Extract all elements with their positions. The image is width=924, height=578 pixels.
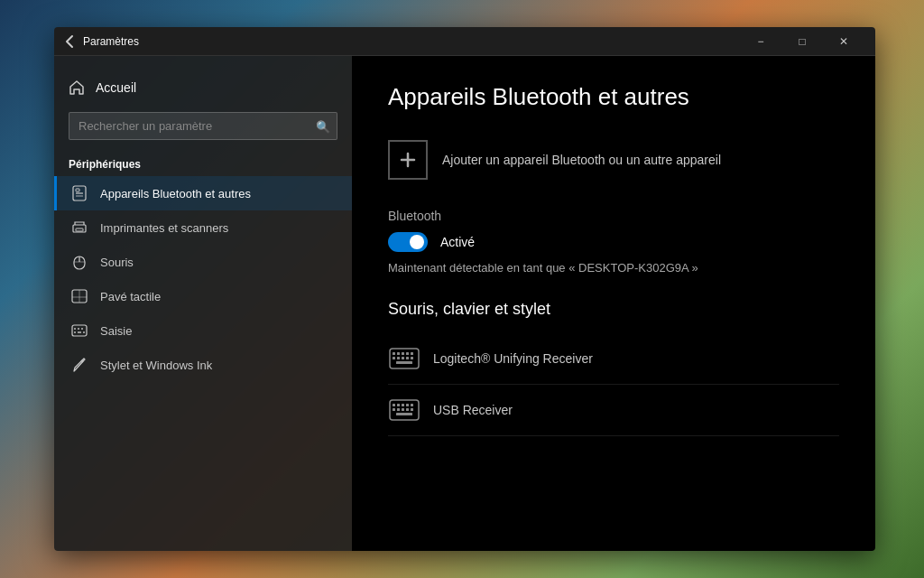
sidebar-item-touchpad-label: Pavé tactile — [100, 290, 161, 303]
page-title: Appareils Bluetooth et autres — [388, 83, 839, 111]
keyboard-icon-1 — [388, 394, 420, 426]
bluetooth-icon — [71, 185, 88, 201]
svg-rect-27 — [411, 357, 413, 359]
sidebar-section-label: Périphériques — [54, 151, 352, 176]
sidebar-item-printers-label: Imprimantes et scanners — [100, 221, 228, 235]
svg-rect-8 — [72, 325, 87, 336]
back-button[interactable] — [65, 34, 74, 49]
search-input[interactable] — [69, 112, 337, 140]
search-container: 🔍 — [69, 112, 337, 140]
svg-rect-33 — [406, 404, 409, 406]
window-controls: − □ ✕ — [740, 27, 864, 56]
sidebar-item-pen[interactable]: Stylet et Windows Ink — [54, 348, 352, 382]
maximize-button[interactable]: □ — [781, 27, 823, 56]
device-name-0: Logitech® Unifying Receiver — [433, 351, 593, 366]
svg-rect-10 — [78, 328, 79, 330]
minimize-button[interactable]: − — [740, 27, 781, 56]
close-button[interactable]: ✕ — [823, 27, 864, 56]
svg-rect-34 — [411, 404, 413, 406]
sidebar-item-bluetooth-label: Appareils Bluetooth et autres — [100, 187, 251, 200]
svg-rect-3 — [76, 195, 83, 197]
titlebar: Paramètres − □ ✕ — [54, 27, 875, 56]
window-title: Paramètres — [83, 35, 740, 48]
search-icon: 🔍 — [316, 119, 330, 133]
add-device-button[interactable]: Ajouter un appareil Bluetooth ou un autr… — [388, 133, 839, 187]
sidebar-item-mouse[interactable]: Souris — [54, 245, 352, 279]
svg-rect-20 — [402, 352, 404, 355]
svg-rect-37 — [402, 408, 404, 411]
add-device-label: Ajouter un appareil Bluetooth ou un autr… — [442, 153, 721, 167]
svg-rect-18 — [393, 352, 395, 355]
main-panel: Appareils Bluetooth et autres Ajouter un… — [352, 56, 875, 551]
svg-rect-32 — [402, 404, 404, 406]
discoverable-text: Maintenant détectable en tant que « DESK… — [388, 261, 839, 275]
svg-rect-14 — [83, 331, 85, 333]
svg-rect-23 — [393, 357, 395, 359]
svg-rect-30 — [393, 404, 395, 406]
printer-icon — [71, 219, 88, 236]
svg-rect-19 — [397, 352, 400, 355]
typing-icon — [71, 322, 88, 339]
sidebar-home[interactable]: Accueil — [54, 70, 352, 105]
svg-rect-35 — [393, 408, 395, 411]
bluetooth-section-label: Bluetooth — [388, 209, 839, 223]
svg-rect-26 — [406, 357, 409, 359]
sidebar-item-typing[interactable]: Saisie — [54, 313, 352, 348]
svg-rect-9 — [74, 328, 76, 330]
sidebar: Accueil 🔍 Périphériques — [54, 56, 352, 551]
settings-window: Paramètres − □ ✕ Accueil 🔍 — [54, 27, 875, 551]
svg-rect-1 — [76, 189, 79, 191]
home-label: Accueil — [96, 80, 136, 95]
add-device-icon — [388, 140, 428, 180]
keyboard-icon-0 — [388, 342, 420, 375]
svg-rect-13 — [78, 331, 81, 333]
mouse-icon — [71, 254, 88, 270]
home-icon — [69, 79, 85, 96]
device-name-1: USB Receiver — [433, 403, 513, 417]
sidebar-item-mouse-label: Souris — [100, 256, 134, 269]
svg-rect-24 — [397, 357, 400, 359]
svg-rect-39 — [411, 408, 413, 411]
bluetooth-toggle[interactable] — [388, 232, 428, 252]
sidebar-item-pen-label: Stylet et Windows Ink — [100, 359, 212, 372]
svg-rect-36 — [397, 408, 400, 411]
svg-rect-28 — [396, 361, 412, 364]
sidebar-item-printers[interactable]: Imprimantes et scanners — [54, 210, 352, 245]
svg-rect-31 — [397, 404, 400, 406]
svg-rect-2 — [76, 192, 83, 194]
toggle-knob — [410, 235, 424, 249]
svg-rect-12 — [74, 331, 76, 333]
svg-rect-38 — [406, 408, 409, 411]
content-area: Accueil 🔍 Périphériques — [54, 56, 875, 551]
svg-rect-40 — [396, 413, 412, 415]
bluetooth-toggle-label: Activé — [440, 235, 475, 249]
device-row-1[interactable]: USB Receiver — [388, 385, 839, 436]
pen-icon — [71, 357, 88, 373]
sidebar-item-touchpad[interactable]: Pavé tactile — [54, 279, 352, 313]
svg-rect-22 — [411, 352, 413, 355]
sidebar-item-bluetooth[interactable]: Appareils Bluetooth et autres — [54, 176, 352, 210]
mouse-section-title: Souris, clavier et stylet — [388, 300, 839, 319]
touchpad-icon — [71, 288, 88, 304]
svg-rect-5 — [76, 228, 83, 231]
sidebar-item-typing-label: Saisie — [100, 324, 132, 338]
bluetooth-toggle-row: Activé — [388, 232, 839, 252]
svg-rect-21 — [406, 352, 409, 355]
device-row-0[interactable]: Logitech® Unifying Receiver — [388, 333, 839, 385]
svg-rect-25 — [402, 357, 404, 359]
svg-rect-11 — [81, 328, 83, 330]
